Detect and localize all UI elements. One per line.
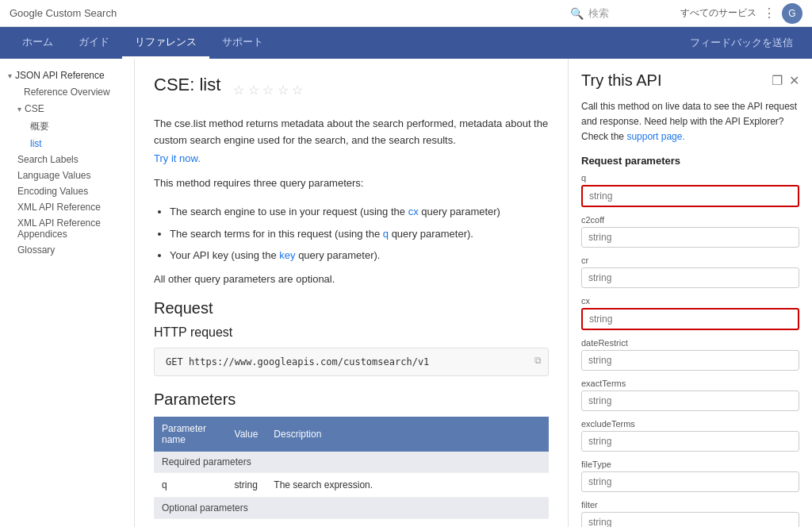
param-label-excludeTerms: excludeTerms [581, 419, 799, 429]
code-block: GET https://www.googleapis.com/customsea… [154, 348, 549, 376]
main-layout: ▾ JSON API Reference Reference Overview … [0, 59, 812, 527]
sidebar-item-glossary[interactable]: Glossary [0, 242, 134, 258]
param-value-c2coff: string [227, 518, 266, 527]
content-area: CSE: list ☆ ☆ ☆ ☆ ☆ The cse.list method … [135, 59, 568, 527]
all-services-label[interactable]: すべてのサービス [680, 6, 756, 20]
param-label-filter: filter [581, 500, 799, 510]
param-label-cx: cx [581, 296, 799, 306]
nav-tabs: ホーム ガイド リファレンス サポート [10, 27, 680, 59]
bullet-list: The search engine to use in your request… [170, 202, 549, 264]
param-label-exactTerms: exactTerms [581, 379, 799, 388]
title-row: CSE: list ☆ ☆ ☆ ☆ ☆ [154, 75, 549, 105]
table-row: c2coff string Enables or disables Simpli… [154, 518, 549, 527]
all-optional-text: All other query parameters are optional. [154, 273, 549, 285]
param-field-dateRestrict: dateRestrict [581, 338, 799, 371]
section-label: Optional parameters [154, 497, 549, 518]
query-intro: This method requires three query paramet… [154, 175, 549, 192]
search-input[interactable] [588, 7, 668, 19]
page-title: CSE: list [154, 75, 220, 95]
sidebar-item-gaiyou[interactable]: 概要 [0, 117, 134, 136]
param-input-fileType[interactable] [581, 471, 799, 492]
tab-home[interactable]: ホーム [10, 27, 66, 59]
list-item: Your API key (using the key query parame… [170, 246, 549, 264]
param-input-cr[interactable] [581, 267, 799, 288]
description-text: The cse.list method returns metadata abo… [154, 116, 549, 149]
col-value: Value [227, 417, 266, 452]
list-item: The search terms for in this request (us… [170, 225, 549, 243]
param-label-dateRestrict: dateRestrict [581, 338, 799, 348]
param-label-cr: cr [581, 256, 799, 265]
arrow-icon: ▾ [17, 105, 21, 113]
try-link[interactable]: Try it now. [154, 152, 201, 164]
top-header: Google Custom Search 🔍 すべてのサービス ⋮ G [0, 0, 812, 27]
tab-reference[interactable]: リファレンス [122, 27, 209, 59]
sidebar-item-search-labels[interactable]: Search Labels [0, 152, 134, 167]
param-field-fileType: fileType [581, 460, 799, 492]
sidebar-item-json-api-reference[interactable]: ▾ JSON API Reference [0, 67, 134, 84]
param-label-c2coff: c2coff [581, 215, 799, 225]
param-input-excludeTerms[interactable] [581, 431, 799, 452]
param-field-filter: filter [581, 500, 799, 527]
try-panel-title: Try this API [581, 71, 662, 90]
param-label-fileType: fileType [581, 460, 799, 469]
avatar[interactable]: G [782, 3, 802, 24]
param-input-dateRestrict[interactable] [581, 350, 799, 371]
sidebar-item-cse[interactable]: ▾ CSE [0, 100, 134, 117]
cx-link[interactable]: cx [408, 206, 419, 217]
sidebar-item-label: JSON API Reference [15, 70, 105, 81]
param-desc-q: The search expression. [266, 472, 549, 497]
sidebar-item-list[interactable]: list [0, 136, 134, 152]
param-name-q: q [154, 472, 227, 497]
nav-bar: ホーム ガイド リファレンス サポート フィードバックを送信 [0, 27, 812, 59]
param-label-q: q [581, 173, 799, 183]
http-url: GET https://www.googleapis.com/customsea… [166, 356, 429, 367]
app-title: Google Custom Search [10, 7, 570, 19]
header-right: すべてのサービス ⋮ G [680, 3, 802, 24]
feedback-button[interactable]: フィードバックを送信 [680, 36, 802, 50]
expand-icon[interactable]: ❐ [772, 73, 783, 88]
try-panel: Try this API ❐ ✕ Call this method on liv… [568, 59, 812, 527]
sidebar-item-language-values[interactable]: Language Values [0, 167, 134, 183]
sidebar-item-label: CSE [25, 103, 44, 114]
sidebar-item-xml-api-appendices[interactable]: XML API Reference Appendices [0, 215, 134, 242]
parameters-heading: Parameters [154, 390, 549, 409]
param-input-cx[interactable] [581, 308, 799, 330]
try-panel-icons: ❐ ✕ [772, 73, 799, 88]
section-label: Required parameters [154, 452, 549, 473]
param-input-q[interactable] [581, 185, 799, 207]
more-options-icon[interactable]: ⋮ [763, 6, 776, 21]
sidebar: ▾ JSON API Reference Reference Overview … [0, 59, 135, 527]
q-link[interactable]: q [383, 228, 389, 240]
param-input-filter[interactable] [581, 512, 799, 527]
tab-guide[interactable]: ガイド [66, 27, 122, 59]
parameters-table: Parameter name Value Description Require… [154, 417, 549, 527]
table-section-optional: Optional parameters [154, 497, 549, 518]
param-value-q: string [227, 472, 266, 497]
table-section-required: Required parameters [154, 452, 549, 473]
try-panel-header: Try this API ❐ ✕ [581, 71, 799, 90]
request-params-heading: Request parameters [581, 155, 799, 167]
col-name: Parameter name [154, 417, 227, 452]
param-field-c2coff: c2coff [581, 215, 799, 248]
param-input-exactTerms[interactable] [581, 390, 799, 411]
close-icon[interactable]: ✕ [789, 73, 799, 88]
try-description: Call this method on live data to see the… [581, 99, 799, 145]
support-page-link[interactable]: support page. [626, 131, 684, 142]
arrow-icon: ▾ [8, 71, 12, 80]
star-rating[interactable]: ☆ ☆ ☆ ☆ ☆ [233, 83, 303, 98]
param-field-cx: cx [581, 296, 799, 330]
search-icon: 🔍 [570, 7, 584, 20]
tab-support[interactable]: サポート [209, 27, 276, 59]
copy-icon[interactable]: ⧉ [534, 355, 542, 366]
sidebar-item-encoding-values[interactable]: Encoding Values [0, 183, 134, 199]
request-heading: Request [154, 299, 549, 317]
table-row: q string The search expression. [154, 472, 549, 497]
param-name-c2coff: c2coff [154, 518, 227, 527]
param-input-c2coff[interactable] [581, 227, 799, 248]
table-header-row: Parameter name Value Description [154, 417, 549, 452]
sidebar-item-xml-api-reference[interactable]: XML API Reference [0, 199, 134, 215]
param-field-q: q [581, 173, 799, 207]
list-item: The search engine to use in your request… [170, 202, 549, 221]
key-link[interactable]: key [279, 249, 295, 261]
sidebar-item-reference-overview[interactable]: Reference Overview [0, 84, 134, 100]
